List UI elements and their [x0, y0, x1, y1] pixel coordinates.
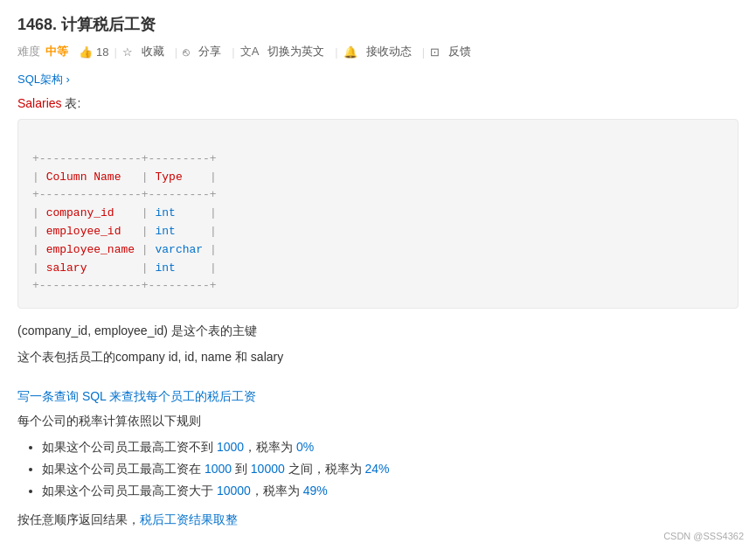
table-note1: (company_id, employee_id) 是这个表的主键	[17, 321, 739, 342]
subscribe-button[interactable]: 接收动态	[361, 42, 417, 61]
footer-note: 按任意顺序返回结果，税后工资结果取整	[17, 512, 739, 528]
feedback-icon: ⊡	[430, 45, 440, 59]
like-count: 18	[96, 45, 108, 59]
page-title: 1468. 计算税后工资	[17, 14, 739, 35]
csdn-watermark: CSDN @SSS4362	[663, 531, 744, 541]
schema-code-block: +---------------+---------+ | Column Nam…	[17, 119, 739, 309]
share-icon: ⎋	[183, 45, 190, 59]
breadcrumb[interactable]: SQL架构 ›	[17, 72, 739, 87]
difficulty-label: 难度	[17, 44, 40, 59]
rule-item-2: 如果这个公司员工最高工资在 1000 到 10000 之间，税率为 24%	[42, 458, 739, 480]
table-note2: 这个表包括员工的company id, id, name 和 salary	[17, 347, 739, 368]
question-section: 写一条查询 SQL 来查找每个员工的税后工资 每个公司的税率计算依照以下规则 如…	[17, 384, 739, 534]
toolbar: 难度 中等 👍 18 | ☆ 收藏 | ⎋ 分享 | 文A 切换为英文 | 🔔 …	[17, 42, 739, 61]
rule-list: 如果这个公司员工最高工资不到 1000，税率为 0% 如果这个公司员工最高工资在…	[17, 436, 739, 503]
subscribe-icon: 🔔	[343, 45, 357, 59]
switch-icon: 文A	[240, 44, 260, 59]
table-intro-label: Salaries 表:	[17, 96, 739, 112]
like-icon: 👍	[79, 45, 93, 59]
rule-item-3: 如果这个公司员工最高工资大于 10000，税率为 49%	[42, 480, 739, 502]
collect-icon: ☆	[122, 45, 133, 59]
difficulty-value: 中等	[45, 44, 68, 59]
question-title: 写一条查询 SQL 来查找每个员工的税后工资	[17, 389, 739, 405]
rule-item-1: 如果这个公司员工最高工资不到 1000，税率为 0%	[42, 436, 739, 458]
collect-button[interactable]: 收藏	[136, 42, 170, 61]
switch-button[interactable]: 切换为英文	[262, 42, 329, 61]
col-header: Column Name	[46, 171, 121, 184]
feedback-button[interactable]: 反馈	[443, 42, 476, 61]
type-header: Type	[155, 171, 182, 184]
rule-title: 每个公司的税率计算依照以下规则	[17, 414, 739, 429]
share-button[interactable]: 分享	[193, 42, 226, 61]
